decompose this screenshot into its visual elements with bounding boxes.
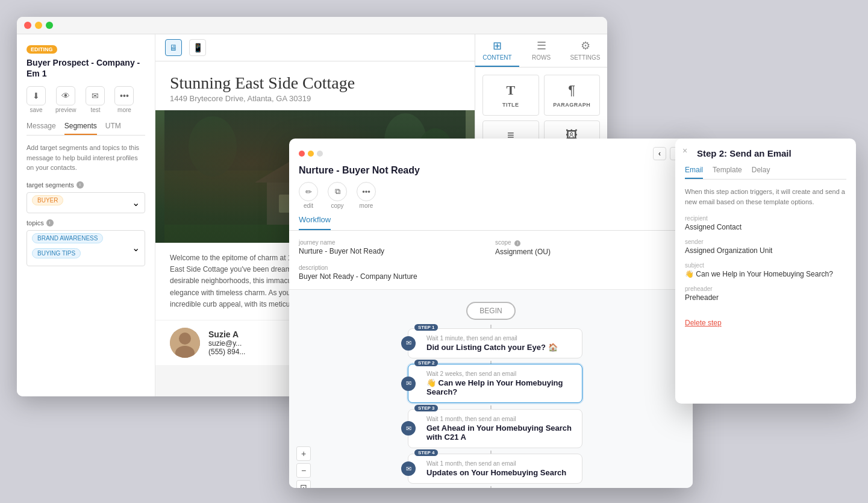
step-node-2[interactable]: ✉ STEP 2 Wait 2 weeks, then send an emai… (408, 364, 582, 403)
step-4-email-icon: ✉ (401, 461, 416, 476)
buyer-tag: BUYER (32, 195, 63, 205)
step-detail-title: Step 2: Send an Email (685, 148, 846, 158)
tab-utm[interactable]: UTM (105, 122, 121, 135)
tag-buyer: BUYER (32, 195, 66, 208)
step-node-1[interactable]: ✉ STEP 1 Wait 1 minute, then send an ema… (408, 328, 582, 358)
rows-tab-label: ROWS (532, 54, 551, 61)
edit-label: edit (304, 202, 313, 209)
preview-label: preview (55, 107, 76, 113)
workflow-tabs: Workflow (299, 215, 683, 230)
message-topics-label: topics i (27, 219, 145, 227)
delete-step-link[interactable]: Delete step (685, 319, 722, 327)
topic-tags-area: BRAND AWARENESS BUYING TIPS (32, 233, 132, 261)
workflow-close-bar: ‹ › (299, 147, 683, 160)
target-segments-select[interactable]: BUYER ⌄ (27, 192, 145, 213)
step-node-3[interactable]: ✉ STEP 3 Wait 1 month, then send an emai… (408, 409, 582, 448)
workflow-more-label: more (360, 202, 373, 209)
preview-button[interactable]: 👁 preview (55, 86, 76, 113)
save-label: save (30, 107, 42, 113)
step-2-title: 👋 Can we Help in Your Homebuying Search? (426, 378, 573, 396)
agent-avatar (170, 328, 200, 358)
begin-node: BEGIN (466, 302, 515, 320)
mobile-view-button[interactable]: 📱 (189, 39, 206, 56)
workflow-maximize-dot (317, 151, 323, 157)
sender-label: sender (685, 239, 846, 245)
tab-segments[interactable]: Segments (64, 122, 97, 135)
topics-chevron-icon: ⌄ (132, 242, 140, 254)
copy-label: copy (331, 202, 343, 209)
workflow-close-dot[interactable] (299, 151, 305, 157)
tab-content[interactable]: ⊞ CONTENT (475, 34, 519, 67)
scope-field: scope i Assignment (OU) (495, 239, 683, 256)
journey-name-field: journey name Nurture - Buyer Not Ready (299, 239, 487, 256)
workflow-back-button[interactable]: ‹ (653, 147, 666, 160)
desktop-view-button[interactable]: 🖥 (165, 39, 182, 56)
agent-avatar-svg (170, 328, 200, 358)
test-icon: ✉ (86, 86, 105, 105)
description-field: description Buyer Not Ready - Company Nu… (299, 264, 487, 281)
journey-name-value: Nurture - Buyer Not Ready (299, 247, 487, 255)
step-2-badge: STEP 2 (414, 360, 438, 366)
info-icon: i (76, 181, 84, 189)
step-detail-window: × Step 2: Send an Email Email Template D… (675, 139, 856, 404)
zoom-out-button[interactable]: − (296, 463, 311, 478)
save-button[interactable]: ⬇ save (27, 86, 46, 113)
connector-0 (490, 325, 492, 328)
workflow-more-button[interactable]: ••• more (357, 182, 376, 209)
test-button[interactable]: ✉ test (86, 86, 105, 113)
step-1-wait: Wait 1 minute, then send an email (426, 335, 573, 342)
close-dot[interactable] (24, 22, 31, 29)
step-3-email-icon: ✉ (401, 421, 416, 436)
connector-4 (490, 486, 492, 488)
subject-label: subject (685, 262, 846, 269)
scope-info-icon: i (514, 240, 520, 246)
copy-button[interactable]: ⧉ copy (328, 182, 347, 209)
preheader-field: preheader Preheader (685, 286, 846, 302)
step-tab-delay[interactable]: Delay (752, 166, 770, 179)
more-button[interactable]: ••• more (114, 86, 134, 113)
scope-value: Assignment (OU) (495, 248, 683, 256)
step-tab-email[interactable]: Email (685, 166, 703, 179)
tab-message[interactable]: Message (27, 122, 56, 135)
minimize-dot[interactable] (35, 22, 42, 29)
workflow-actions: ✏ edit ⧉ copy ••• more (299, 182, 683, 209)
panel-item-title[interactable]: T TITLE (482, 75, 539, 116)
editing-badge: EDITING (27, 45, 57, 54)
workflow-controls: + − ⊡ 🔒 (296, 446, 311, 488)
step-tab-template[interactable]: Template (713, 166, 742, 179)
scope-label: scope i (495, 239, 683, 246)
step-1-badge: STEP 1 (414, 324, 438, 331)
step-3-title: Get Ahead in Your Homebuying Search with… (426, 423, 573, 442)
panel-item-paragraph[interactable]: ¶ PARAGRAPH (544, 75, 601, 116)
journey-name-label: journey name (299, 239, 487, 246)
brand-awareness-tag: BRAND AWARENESS (32, 233, 103, 243)
workflow-minimize-dot[interactable] (308, 151, 314, 157)
step-detail-close-button[interactable]: × (682, 146, 692, 155)
subject-value: 👋 Can we Help in Your Homebuying Search? (685, 270, 846, 278)
save-icon: ⬇ (27, 86, 46, 105)
zoom-in-button[interactable]: + (296, 446, 311, 461)
topics-info-icon: i (46, 219, 54, 227)
property-address: 1449 Brytecore Drive, Atlanta, GA 30319 (170, 94, 460, 103)
panel-tabs: ⊞ CONTENT ☰ ROWS ⚙ SETTINGS (475, 34, 607, 67)
step-2-inner: Wait 2 weeks, then send an email 👋 Can w… (417, 370, 573, 396)
step-node-4[interactable]: ✉ STEP 4 Wait 1 month, then send an emai… (408, 454, 582, 484)
workflow-window-controls (299, 151, 323, 157)
content-tab-label: CONTENT (482, 54, 511, 61)
preview-icon: 👁 (56, 86, 75, 105)
step-1-email-icon: ✉ (401, 336, 416, 351)
edit-button[interactable]: ✏ edit (299, 182, 318, 209)
tab-settings[interactable]: ⚙ SETTINGS (563, 34, 607, 67)
sender-field: sender Assigned Organization Unit (685, 239, 846, 255)
sidebar-tabs: Message Segments UTM (27, 122, 145, 136)
fit-view-button[interactable]: ⊡ (296, 480, 311, 488)
step-detail-desc: When this step action triggers, it will … (685, 187, 846, 207)
tab-workflow[interactable]: Workflow (299, 215, 331, 230)
content-tab-icon: ⊞ (493, 39, 502, 52)
maximize-dot[interactable] (46, 22, 53, 29)
tab-rows[interactable]: ☰ ROWS (519, 34, 563, 67)
recipient-field: recipient Assigned Contact (685, 215, 846, 231)
subject-field: subject 👋 Can we Help in Your Homebuying… (685, 262, 846, 278)
message-topics-select[interactable]: BRAND AWARENESS BUYING TIPS ⌄ (27, 230, 145, 266)
more-label: more (117, 107, 131, 113)
